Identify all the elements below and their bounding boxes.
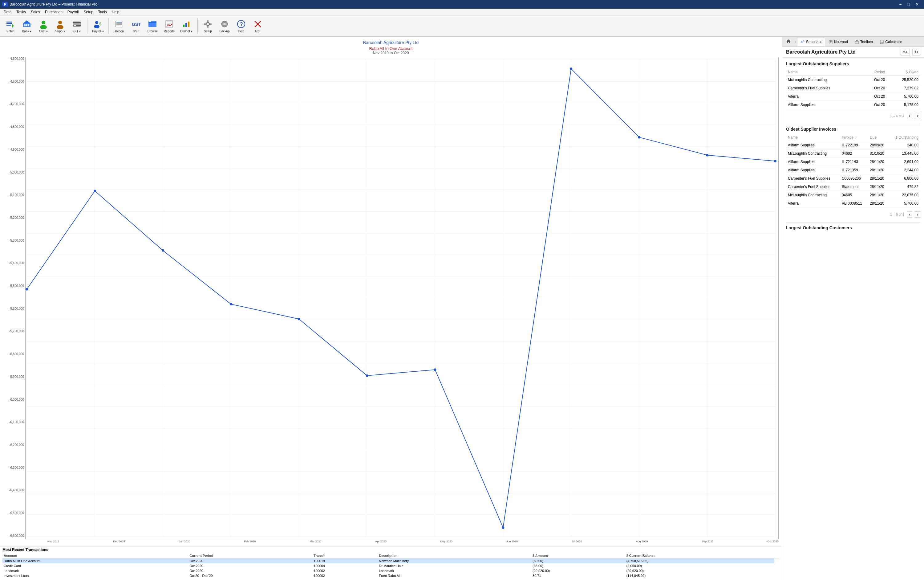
invoice-due: 28/11/20 [868,191,889,199]
eft-button[interactable]: EFT ▾ [69,16,84,35]
svg-rect-30 [167,21,171,22]
trans-balance: (114,045.99) [625,573,774,578]
supplier-row[interactable]: McLoughlin Contracting Oct 20 25,520.00 [786,76,920,84]
supp-button[interactable]: Supp ▾ [53,16,68,35]
trans-number: 100004 [312,564,378,568]
add-widget-button[interactable]: ≡+ [901,49,910,56]
supplier-period: Oct 20 [863,101,887,109]
svg-rect-100 [830,42,832,42]
refresh-button[interactable]: ↻ [912,49,920,56]
chart-plot [25,57,779,539]
setup-button[interactable]: Setup [200,16,215,35]
recon-button[interactable]: Recon [112,16,127,35]
menu-sales[interactable]: Sales [28,9,43,15]
reports-label: Reports [164,30,174,33]
y-axis-label: -6,500,000 [9,511,24,515]
invoice-row[interactable]: Allfarm Supplies IL 722199 28/09/20 240.… [786,141,920,150]
trans-description: Dr Maurice Hale [378,564,531,568]
svg-rect-6 [24,24,26,26]
invoice-row[interactable]: Carpenter's Fuel Supplies C00095206 28/1… [786,175,920,183]
transaction-row[interactable]: Rabo All In One Account Oct 2020 100019 … [2,559,779,564]
invoice-row[interactable]: Allfarm Supplies IL 721143 28/11/20 2,69… [786,158,920,166]
tab-snapshot[interactable]: Snapshot [797,38,825,46]
tab-notepad[interactable]: Notepad [825,38,851,46]
menu-tools[interactable]: Tools [96,9,109,15]
budget-button[interactable]: Budget ▾ [178,16,194,35]
invoices-next-button[interactable]: › [915,211,920,218]
exit-button[interactable]: Exit [250,16,265,35]
y-axis-label: -5,600,000 [9,307,24,310]
y-axis-label: -5,100,000 [9,193,24,197]
chart-account-title: Rabo All In One Account [369,46,413,51]
menu-payroll[interactable]: Payroll [65,9,81,15]
maximize-button[interactable]: □ [905,0,912,8]
minimize-button[interactable]: − [897,0,904,8]
supplier-row[interactable]: Viterra Oct 20 5,760.00 [786,92,920,101]
suppliers-body: McLoughlin Contracting Oct 20 25,520.00 … [786,76,920,109]
y-axis-label: -5,300,000 [9,239,24,242]
invoice-number: IL 721143 [840,158,868,166]
invoice-row[interactable]: Allfarm Supplies IL 721359 28/11/20 2,24… [786,166,920,175]
suppliers-pagination: 1 – 4 of 4 ‹ › [786,112,920,122]
browse-button[interactable]: Browse [145,16,160,35]
invoice-row[interactable]: McLoughlin Contracting 04602 31/10/20 13… [786,150,920,158]
supplier-row[interactable]: Carpenter's Fuel Supplies Oct 20 7,279.8… [786,84,920,92]
toolbox-tab-icon [855,40,859,44]
svg-point-105 [881,42,881,43]
home-button[interactable] [784,38,793,46]
cust-button[interactable]: Cust ▾ [36,16,51,35]
help-button[interactable]: ? Help [233,16,249,35]
svg-point-88 [230,303,232,305]
reports-button[interactable]: Reports [161,16,177,35]
svg-rect-21 [117,23,122,24]
suppliers-prev-button[interactable]: ‹ [907,113,912,119]
menu-setup[interactable]: Setup [81,9,95,15]
invoice-row[interactable]: Carpenter's Fuel Supplies Statement 28/1… [786,183,920,191]
invoice-row[interactable]: Viterra PB 0008511 28/11/20 5,760.00 [786,199,920,208]
y-axis-label: -5,900,000 [9,375,24,379]
col-period: Current Period [188,553,312,559]
titlebar-controls[interactable]: − □ ✕ [897,0,922,8]
close-button[interactable]: ✕ [913,0,922,8]
gst-button[interactable]: GST GST [128,16,143,35]
enter-button[interactable]: Enter [2,16,18,35]
invoice-due: 28/11/20 [868,175,889,183]
menu-help[interactable]: Help [109,9,122,15]
panel-actions: ≡+ ↻ [901,49,920,56]
supp-icon [55,19,65,29]
transaction-row[interactable]: Landmark Oct 2020 100002 Landmark (29,92… [2,568,779,573]
bank-button[interactable]: Bank ▾ [19,16,35,35]
menu-tasks[interactable]: Tasks [14,9,28,15]
main-layout: Barcoolah Agriculture Pty Ltd Rabo All I… [0,37,924,580]
y-axis-label: -5,700,000 [9,330,24,333]
transaction-row[interactable]: Credit Card Oct 2020 100004 Dr Maurice H… [2,564,779,568]
invoice-row[interactable]: McLoughlin Contracting 04605 28/11/20 22… [786,191,920,199]
trans-number: 100019 [312,559,378,564]
transaction-row[interactable]: Investment Loan Oct'20 - Dec'20 100002 F… [2,573,779,578]
tab-calculator[interactable]: Calculator [876,38,905,46]
invoices-prev-button[interactable]: ‹ [907,211,912,218]
svg-point-87 [162,249,164,252]
svg-rect-35 [188,21,189,27]
x-axis-label: Sep 2020 [702,540,714,543]
menu-data[interactable]: Data [1,9,14,15]
backup-button[interactable]: Backup [217,16,232,35]
invoice-name: Carpenter's Fuel Supplies [786,175,840,183]
svg-rect-1 [7,23,12,24]
invoice-number: IL 722199 [840,141,868,150]
right-panel: › Snapshot Notepad Toolbox Calculator Ba… [782,37,924,580]
x-axis-label: Nov 2019 [48,540,59,543]
invoices-body: Allfarm Supplies IL 722199 28/09/20 240.… [786,141,920,208]
toolbar-sep-1 [87,18,87,34]
menu-purchases[interactable]: Purchases [43,9,65,15]
payroll-button[interactable]: $ Payroll ▾ [90,16,106,35]
tab-toolbox[interactable]: Toolbox [851,38,876,46]
supplier-row[interactable]: Allfarm Supplies Oct 20 5,175.00 [786,101,920,109]
invoices-col-due: Due [868,134,889,141]
trans-period: Oct 2020 [188,559,312,564]
suppliers-next-button[interactable]: › [915,113,920,119]
snapshot-tab-icon [801,40,805,44]
payroll-label: Payroll ▾ [92,30,104,33]
browse-label: Browse [148,30,158,33]
x-axis-label: Jul 2020 [572,540,582,543]
